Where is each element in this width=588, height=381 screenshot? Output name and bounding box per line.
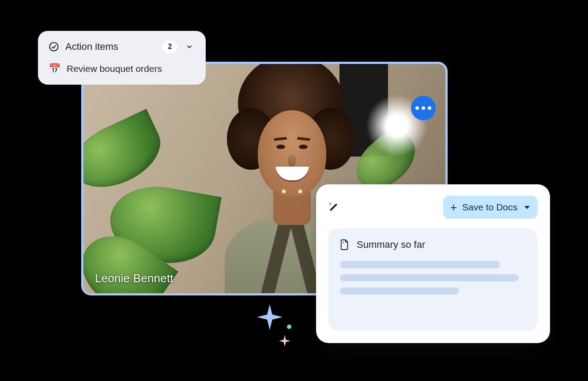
svg-rect-1 <box>330 203 338 211</box>
sparkle-icon <box>279 335 290 347</box>
action-item-row[interactable]: 📅 Review bouquet orders <box>49 64 195 74</box>
participant-name-label: Leonie Bennett <box>95 272 173 285</box>
placeholder-line <box>340 274 519 281</box>
more-options-button[interactable] <box>411 96 436 120</box>
placeholder-line <box>340 288 459 295</box>
dropdown-caret-icon <box>524 206 530 209</box>
plus-icon: + <box>450 202 457 213</box>
sparkle-dot-icon <box>287 325 291 329</box>
summary-body: Summary so far <box>328 228 538 331</box>
more-options-icon <box>415 106 419 110</box>
document-icon <box>340 239 350 250</box>
sparkle-icon <box>257 304 283 330</box>
svg-point-2 <box>343 242 344 243</box>
action-item-text: Review bouquet orders <box>67 64 162 74</box>
action-items-header[interactable]: Action items 2 <box>49 41 195 53</box>
summary-card: + Save to Docs Summary so far <box>316 184 550 343</box>
summary-section-title: Summary so far <box>357 239 425 250</box>
svg-point-0 <box>50 43 58 51</box>
summary-placeholder-lines <box>340 261 526 295</box>
action-items-count-badge: 2 <box>162 41 177 53</box>
save-to-docs-button[interactable]: + Save to Docs <box>443 196 538 219</box>
action-items-card: Action items 2 📅 Review bouquet orders <box>38 31 206 85</box>
calendar-icon: 📅 <box>49 64 60 74</box>
chevron-down-icon[interactable] <box>184 41 195 52</box>
save-to-docs-label: Save to Docs <box>462 202 517 213</box>
check-circle-icon <box>49 41 59 52</box>
magic-wand-icon <box>328 201 341 213</box>
placeholder-line <box>340 261 500 268</box>
action-items-title: Action items <box>65 41 118 52</box>
